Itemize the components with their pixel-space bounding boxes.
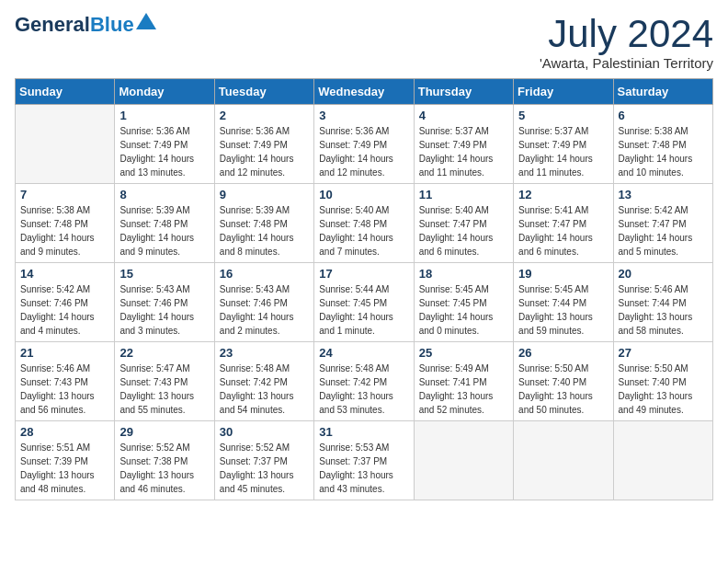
day-cell: 18 Sunrise: 5:45 AMSunset: 7:45 PMDaylig… (414, 263, 513, 342)
day-cell (414, 421, 513, 500)
day-cell: 15 Sunrise: 5:43 AMSunset: 7:46 PMDaylig… (115, 263, 214, 342)
day-detail: Sunrise: 5:50 AMSunset: 7:40 PMDaylight:… (619, 362, 708, 417)
day-cell: 23 Sunrise: 5:48 AMSunset: 7:42 PMDaylig… (214, 342, 313, 421)
day-number: 18 (419, 267, 508, 281)
calendar-table: SundayMondayTuesdayWednesdayThursdayFrid… (15, 78, 713, 500)
day-cell: 24 Sunrise: 5:48 AMSunset: 7:42 PMDaylig… (314, 342, 414, 421)
day-number: 25 (419, 346, 508, 360)
col-header-tuesday: Tuesday (214, 79, 313, 105)
day-cell: 31 Sunrise: 5:53 AMSunset: 7:37 PMDaylig… (314, 421, 414, 500)
title-block: July 2024 'Awarta, Palestinian Territory (540, 15, 713, 71)
day-number: 23 (220, 346, 309, 360)
day-number: 10 (319, 188, 408, 201)
day-number: 16 (220, 267, 309, 281)
day-number: 2 (220, 109, 309, 122)
day-number: 21 (20, 346, 109, 360)
col-header-friday: Friday (514, 79, 613, 105)
logo-icon (136, 13, 156, 29)
day-detail: Sunrise: 5:47 AMSunset: 7:43 PMDaylight:… (119, 362, 209, 417)
day-number: 28 (20, 425, 109, 439)
day-number: 11 (419, 188, 508, 201)
week-row-2: 7 Sunrise: 5:38 AMSunset: 7:48 PMDayligh… (16, 184, 713, 263)
day-detail: Sunrise: 5:36 AMSunset: 7:49 PMDaylight:… (119, 124, 209, 179)
day-number: 3 (319, 109, 408, 122)
day-detail: Sunrise: 5:38 AMSunset: 7:48 PMDaylight:… (20, 203, 109, 259)
day-detail: Sunrise: 5:36 AMSunset: 7:49 PMDaylight:… (319, 124, 408, 179)
day-detail: Sunrise: 5:46 AMSunset: 7:43 PMDaylight:… (20, 362, 109, 417)
day-detail: Sunrise: 5:50 AMSunset: 7:40 PMDaylight:… (518, 362, 608, 417)
day-cell: 19 Sunrise: 5:45 AMSunset: 7:44 PMDaylig… (514, 263, 613, 342)
week-row-5: 28 Sunrise: 5:51 AMSunset: 7:39 PMDaylig… (16, 421, 713, 500)
location: 'Awarta, Palestinian Territory (540, 55, 713, 71)
day-cell: 2 Sunrise: 5:36 AMSunset: 7:49 PMDayligh… (214, 105, 313, 184)
day-cell: 17 Sunrise: 5:44 AMSunset: 7:45 PMDaylig… (314, 263, 414, 342)
day-cell: 29 Sunrise: 5:52 AMSunset: 7:38 PMDaylig… (115, 421, 214, 500)
day-cell: 28 Sunrise: 5:51 AMSunset: 7:39 PMDaylig… (16, 421, 115, 500)
day-detail: Sunrise: 5:45 AMSunset: 7:44 PMDaylight:… (518, 282, 608, 338)
day-cell: 1 Sunrise: 5:36 AMSunset: 7:49 PMDayligh… (115, 105, 214, 184)
day-cell: 20 Sunrise: 5:46 AMSunset: 7:44 PMDaylig… (613, 263, 712, 342)
day-detail: Sunrise: 5:38 AMSunset: 7:48 PMDaylight:… (619, 124, 708, 179)
day-number: 4 (419, 109, 508, 122)
day-cell: 10 Sunrise: 5:40 AMSunset: 7:48 PMDaylig… (314, 184, 414, 263)
day-detail: Sunrise: 5:44 AMSunset: 7:45 PMDaylight:… (319, 282, 408, 338)
day-number: 6 (619, 109, 708, 122)
day-detail: Sunrise: 5:42 AMSunset: 7:46 PMDaylight:… (20, 282, 109, 338)
month-title: July 2024 (540, 15, 713, 53)
day-cell: 22 Sunrise: 5:47 AMSunset: 7:43 PMDaylig… (115, 342, 214, 421)
day-detail: Sunrise: 5:41 AMSunset: 7:47 PMDaylight:… (518, 203, 608, 259)
col-header-saturday: Saturday (613, 79, 712, 105)
week-row-1: 1 Sunrise: 5:36 AMSunset: 7:49 PMDayligh… (16, 105, 713, 184)
day-cell (613, 421, 712, 500)
day-detail: Sunrise: 5:46 AMSunset: 7:44 PMDaylight:… (619, 282, 708, 338)
day-detail: Sunrise: 5:52 AMSunset: 7:38 PMDaylight:… (119, 441, 209, 496)
day-detail: Sunrise: 5:37 AMSunset: 7:49 PMDaylight:… (518, 124, 608, 179)
logo-text: GeneralBlue (15, 15, 134, 35)
day-number: 9 (220, 188, 309, 201)
day-cell: 26 Sunrise: 5:50 AMSunset: 7:40 PMDaylig… (514, 342, 613, 421)
day-number: 24 (319, 346, 408, 360)
day-detail: Sunrise: 5:43 AMSunset: 7:46 PMDaylight:… (119, 282, 209, 338)
header-row: SundayMondayTuesdayWednesdayThursdayFrid… (16, 79, 713, 105)
day-number: 19 (518, 267, 608, 281)
day-detail: Sunrise: 5:42 AMSunset: 7:47 PMDaylight:… (619, 203, 708, 259)
day-detail: Sunrise: 5:48 AMSunset: 7:42 PMDaylight:… (220, 362, 309, 417)
day-number: 17 (319, 267, 408, 281)
day-number: 1 (119, 109, 209, 122)
day-detail: Sunrise: 5:53 AMSunset: 7:37 PMDaylight:… (319, 441, 408, 496)
week-row-4: 21 Sunrise: 5:46 AMSunset: 7:43 PMDaylig… (16, 342, 713, 421)
day-detail: Sunrise: 5:40 AMSunset: 7:47 PMDaylight:… (419, 203, 508, 259)
day-detail: Sunrise: 5:52 AMSunset: 7:37 PMDaylight:… (220, 441, 309, 496)
day-cell: 11 Sunrise: 5:40 AMSunset: 7:47 PMDaylig… (414, 184, 513, 263)
day-cell: 25 Sunrise: 5:49 AMSunset: 7:41 PMDaylig… (414, 342, 513, 421)
col-header-thursday: Thursday (414, 79, 513, 105)
logo: GeneralBlue (15, 15, 156, 35)
day-cell: 13 Sunrise: 5:42 AMSunset: 7:47 PMDaylig… (613, 184, 712, 263)
day-number: 5 (518, 109, 608, 122)
day-cell: 6 Sunrise: 5:38 AMSunset: 7:48 PMDayligh… (613, 105, 712, 184)
day-number: 30 (220, 425, 309, 439)
day-cell: 5 Sunrise: 5:37 AMSunset: 7:49 PMDayligh… (514, 105, 613, 184)
day-cell: 8 Sunrise: 5:39 AMSunset: 7:48 PMDayligh… (115, 184, 214, 263)
day-cell: 16 Sunrise: 5:43 AMSunset: 7:46 PMDaylig… (214, 263, 313, 342)
day-number: 31 (319, 425, 408, 439)
day-detail: Sunrise: 5:39 AMSunset: 7:48 PMDaylight:… (119, 203, 209, 259)
page-header: GeneralBlue July 2024 'Awarta, Palestini… (15, 15, 713, 71)
week-row-3: 14 Sunrise: 5:42 AMSunset: 7:46 PMDaylig… (16, 263, 713, 342)
day-cell: 30 Sunrise: 5:52 AMSunset: 7:37 PMDaylig… (214, 421, 313, 500)
day-number: 15 (119, 267, 209, 281)
day-cell (514, 421, 613, 500)
day-number: 14 (20, 267, 109, 281)
day-cell: 3 Sunrise: 5:36 AMSunset: 7:49 PMDayligh… (314, 105, 414, 184)
day-number: 20 (619, 267, 708, 281)
col-header-monday: Monday (115, 79, 214, 105)
day-number: 7 (20, 188, 109, 201)
day-cell: 27 Sunrise: 5:50 AMSunset: 7:40 PMDaylig… (613, 342, 712, 421)
day-number: 27 (619, 346, 708, 360)
day-cell (16, 105, 115, 184)
day-number: 13 (619, 188, 708, 201)
day-number: 26 (518, 346, 608, 360)
day-number: 29 (119, 425, 209, 439)
day-detail: Sunrise: 5:36 AMSunset: 7:49 PMDaylight:… (220, 124, 309, 179)
day-cell: 14 Sunrise: 5:42 AMSunset: 7:46 PMDaylig… (16, 263, 115, 342)
